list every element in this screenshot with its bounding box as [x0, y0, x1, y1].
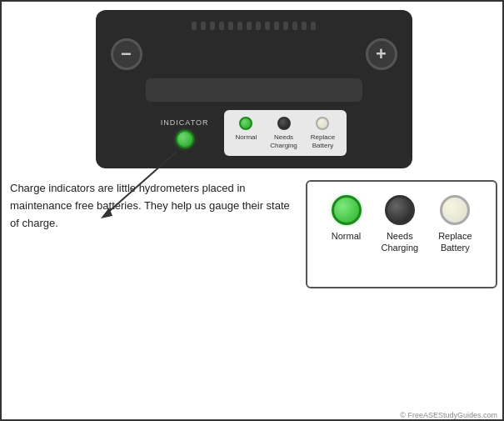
battery-body: − + INDICATOR Normal Ne	[96, 10, 412, 168]
enlarged-label-replace-battery: ReplaceBattery	[438, 230, 472, 254]
enlarged-dot-light	[440, 195, 470, 225]
indicator-section: INDICATOR	[161, 118, 209, 148]
ridge	[219, 22, 224, 30]
legend-dot-green	[239, 117, 252, 130]
legend-label-normal: Normal	[236, 133, 257, 142]
enlarged-indicator-box: Normal NeedsCharging ReplaceBattery	[306, 180, 497, 288]
ridge	[247, 22, 252, 30]
enlarged-item-needs-charging: NeedsCharging	[382, 195, 419, 254]
enlarged-dot-green	[332, 195, 362, 225]
ridge	[210, 22, 215, 30]
enlarged-label-needs-charging: NeedsCharging	[382, 230, 419, 254]
main-container: − + INDICATOR Normal Ne	[2, 2, 504, 421]
enlarged-item-replace-battery: ReplaceBattery	[438, 195, 472, 254]
battery-section: − + INDICATOR Normal Ne	[10, 10, 497, 168]
legend-item-replace-battery: ReplaceBattery	[311, 117, 335, 149]
enlarged-item-normal: Normal	[332, 195, 362, 242]
ridge	[292, 22, 297, 30]
legend-item-needs-charging: NeedsCharging	[270, 117, 297, 149]
positive-terminal: +	[366, 38, 397, 70]
description-text: Charge indicators are little hydrometers…	[10, 177, 296, 288]
ridge	[192, 22, 197, 30]
indicator-legend-row: INDICATOR Normal NeedsCharging ReplaceBa	[111, 110, 397, 156]
battery-ridges	[111, 22, 397, 30]
ridge	[265, 22, 270, 30]
legend-dot-light	[316, 117, 329, 130]
ridge	[256, 22, 261, 30]
ridge	[311, 22, 316, 30]
enlarged-label-normal: Normal	[332, 230, 361, 242]
legend-box: Normal NeedsCharging ReplaceBattery	[224, 110, 347, 156]
legend-dot-dark	[277, 117, 291, 130]
ridge	[228, 22, 233, 30]
negative-terminal: −	[111, 38, 142, 70]
bottom-section: Charge indicators are little hydrometers…	[10, 177, 497, 288]
legend-label-replace-battery: ReplaceBattery	[311, 133, 335, 149]
ridge	[302, 22, 307, 30]
enlarged-dot-dark	[385, 195, 415, 225]
terminals-row: − +	[111, 38, 397, 70]
label-bar	[146, 78, 362, 102]
legend-label-needs-charging: NeedsCharging	[270, 133, 297, 149]
indicator-label: INDICATOR	[161, 118, 209, 127]
indicator-dot	[176, 130, 194, 148]
ridge	[201, 22, 206, 30]
ridge	[283, 22, 288, 30]
legend-item-normal: Normal	[236, 117, 257, 142]
ridge	[274, 22, 279, 30]
copyright-text: © FreeASEStudyGuides.com	[400, 411, 497, 419]
ridge	[237, 22, 242, 30]
